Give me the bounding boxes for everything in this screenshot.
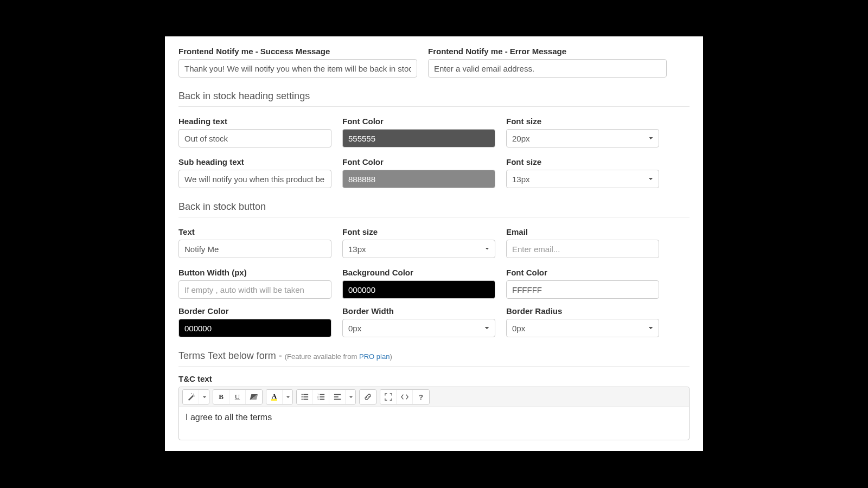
button-bg-color-label: Background Color xyxy=(342,268,495,277)
ordered-list-icon: 123 xyxy=(317,393,325,401)
heading-font-size-select[interactable]: 20px xyxy=(506,129,659,147)
terms-note-suffix: ) xyxy=(390,352,392,361)
svg-rect-5 xyxy=(303,399,308,400)
border-color-input[interactable]: 000000 xyxy=(178,319,331,337)
button-email-input[interactable] xyxy=(506,240,659,258)
svg-rect-3 xyxy=(303,396,308,397)
button-font-color-label: Font Color xyxy=(506,268,659,277)
svg-rect-9 xyxy=(320,396,324,397)
heading-text-input[interactable] xyxy=(178,129,331,147)
fullscreen-icon xyxy=(385,393,392,401)
subheading-font-color-input[interactable]: 888888 xyxy=(342,170,495,188)
subheading-font-size-select[interactable]: 13px xyxy=(506,170,659,188)
settings-panel: Frontend Notify me - Success Message Fro… xyxy=(165,36,703,451)
link-button[interactable] xyxy=(360,390,376,404)
button-bg-color-input[interactable]: 000000 xyxy=(342,280,495,299)
border-width-select[interactable]: 0px xyxy=(342,319,495,337)
button-text-input[interactable] xyxy=(178,240,331,258)
align-icon xyxy=(334,393,341,401)
svg-point-4 xyxy=(301,399,302,400)
button-section-title: Back in stock button xyxy=(178,201,690,217)
svg-rect-11 xyxy=(320,399,324,400)
svg-rect-12 xyxy=(334,394,340,395)
heading-font-size-label: Font size xyxy=(506,117,659,126)
error-message-label: Frontend Notify me - Error Message xyxy=(428,47,667,56)
border-color-label: Border Color xyxy=(178,306,331,316)
paragraph-button[interactable] xyxy=(329,390,346,404)
bullet-list-button[interactable] xyxy=(297,390,313,404)
subheading-font-color-value: 888888 xyxy=(348,175,375,184)
heading-font-color-input[interactable]: 555555 xyxy=(342,129,495,147)
svg-text:3: 3 xyxy=(317,398,319,401)
terms-section-title: Terms Text below form - (Feature availab… xyxy=(178,350,690,367)
svg-point-0 xyxy=(301,394,302,395)
subheading-font-color-label: Font Color xyxy=(342,157,495,166)
border-radius-label: Border Radius xyxy=(506,306,659,316)
heading-font-color-value: 555555 xyxy=(348,134,375,143)
style-dropdown[interactable] xyxy=(199,390,209,404)
paragraph-dropdown[interactable] xyxy=(346,390,355,404)
help-icon: ? xyxy=(419,393,423,401)
terms-note-prefix: (Feature available from xyxy=(285,352,359,361)
subheading-font-size-label: Font size xyxy=(506,157,659,166)
eraser-icon xyxy=(250,394,258,400)
tc-editor: B U A 123 xyxy=(178,387,690,440)
button-width-label: Button Width (px) xyxy=(178,268,331,277)
button-bg-color-value: 000000 xyxy=(348,285,375,294)
button-font-color-input[interactable]: FFFFFF xyxy=(506,280,659,299)
style-button[interactable] xyxy=(183,390,199,404)
success-message-label: Frontend Notify me - Success Message xyxy=(178,47,417,56)
editor-toolbar: B U A 123 xyxy=(179,387,689,407)
svg-rect-14 xyxy=(334,399,340,400)
subheading-text-input[interactable] xyxy=(178,170,331,188)
button-email-label: Email xyxy=(506,227,659,236)
bullet-list-icon xyxy=(301,393,309,401)
code-icon xyxy=(401,393,409,401)
border-radius-select[interactable]: 0px xyxy=(506,319,659,337)
heading-text-label: Heading text xyxy=(178,117,331,126)
error-message-input[interactable] xyxy=(428,59,667,78)
clear-format-button[interactable] xyxy=(246,390,262,404)
border-width-label: Border Width xyxy=(342,306,495,316)
subheading-text-label: Sub heading text xyxy=(178,157,331,166)
button-font-size-label: Font size xyxy=(342,227,495,236)
success-message-input[interactable] xyxy=(178,59,417,78)
svg-rect-1 xyxy=(303,394,308,395)
button-font-size-select[interactable]: 13px xyxy=(342,240,495,258)
magic-wand-icon xyxy=(187,393,195,401)
terms-title-prefix: Terms Text below form - xyxy=(178,350,285,361)
pro-plan-link[interactable]: PRO plan xyxy=(359,352,390,361)
ordered-list-button[interactable]: 123 xyxy=(313,390,329,404)
svg-point-2 xyxy=(301,396,302,397)
tc-text-label: T&C text xyxy=(178,374,690,383)
link-icon xyxy=(364,393,372,401)
font-color-button[interactable]: A xyxy=(266,390,283,404)
font-color-icon: A xyxy=(271,393,277,401)
heading-font-color-label: Font Color xyxy=(342,117,495,126)
font-color-dropdown[interactable] xyxy=(283,390,292,404)
heading-section-title: Back in stock heading settings xyxy=(178,91,690,107)
bold-button[interactable]: B xyxy=(213,390,229,404)
help-button[interactable]: ? xyxy=(413,390,429,404)
underline-button[interactable]: U xyxy=(229,390,246,404)
svg-rect-7 xyxy=(320,394,324,395)
fullscreen-button[interactable] xyxy=(380,390,397,404)
button-width-input[interactable] xyxy=(178,280,331,299)
tc-editor-content[interactable]: I agree to all the terms xyxy=(179,407,689,440)
button-text-label: Text xyxy=(178,227,331,236)
code-view-button[interactable] xyxy=(397,390,413,404)
button-font-color-value: FFFFFF xyxy=(512,285,542,294)
border-color-value: 000000 xyxy=(184,324,212,333)
svg-rect-13 xyxy=(334,396,338,397)
